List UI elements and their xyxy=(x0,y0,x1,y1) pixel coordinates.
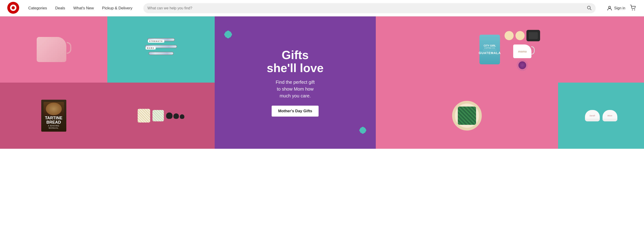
pot-holder-2 xyxy=(152,110,164,121)
coaster xyxy=(452,101,482,130)
svg-point-2 xyxy=(12,6,15,9)
coffee-side: mama xyxy=(504,30,540,69)
measuring-cup-3 xyxy=(180,114,184,119)
nav-item-categories[interactable]: Categories xyxy=(28,6,47,11)
header: Categories Deals What's New Pickup & Del… xyxy=(0,0,644,17)
search-icon[interactable] xyxy=(586,5,592,11)
bracelets-cell: STRENGTH MAMA xyxy=(107,17,215,83)
hero-headline: Gifts she'll love xyxy=(267,49,324,75)
slipper-right: Mom xyxy=(602,110,617,121)
measuring-cup-2 xyxy=(174,113,179,119)
cookie-1 xyxy=(504,31,514,40)
kitchen-items xyxy=(138,109,184,123)
logo[interactable] xyxy=(7,2,19,15)
search-bar xyxy=(143,3,596,13)
bread-book: TARTINEBREAD A BAKING MANUAL xyxy=(41,100,66,132)
mama-mug: mama xyxy=(513,45,532,58)
flower-decoration-2 xyxy=(359,126,367,135)
mug-image xyxy=(37,37,66,62)
cta-button[interactable]: Mother's Day Gifts xyxy=(272,106,318,117)
flower-decoration-1 xyxy=(224,30,232,40)
measuring-cups xyxy=(166,112,184,119)
bracelets-image: STRENGTH MAMA xyxy=(143,38,179,61)
pot-holder xyxy=(138,109,150,123)
hero-text-cell: Gifts she'll love Find the perfect giftt… xyxy=(215,17,376,149)
nav-item-deals[interactable]: Deals xyxy=(55,6,65,11)
coffee-tin xyxy=(526,30,540,41)
mug-cell xyxy=(0,17,107,83)
main-nav: Categories Deals What's New Pickup & Del… xyxy=(28,6,132,11)
coaster-cell xyxy=(376,83,558,149)
cart-button[interactable] xyxy=(630,5,637,12)
svg-point-16 xyxy=(226,32,230,37)
hero-subtext: Find the perfect giftto show Mom howmuch… xyxy=(276,79,315,99)
cart-icon xyxy=(630,5,637,11)
coaster-pattern xyxy=(458,107,476,125)
search-input[interactable] xyxy=(148,6,584,10)
purple-flower xyxy=(518,61,526,69)
svg-point-6 xyxy=(632,9,633,10)
cookie-2 xyxy=(516,31,524,40)
coffee-group: CITY GIRL COFFEE CO. GUATEMALA mama xyxy=(480,30,540,69)
nav-item-pickup-delivery[interactable]: Pickup & Delivery xyxy=(102,6,132,11)
svg-point-7 xyxy=(634,9,635,10)
bread-cell: TARTINEBREAD A BAKING MANUAL xyxy=(0,83,107,149)
sign-in-label: Sign in xyxy=(614,6,625,10)
measuring-cup-1 xyxy=(166,112,172,119)
hero-banner: STRENGTH MAMA Gifts s xyxy=(0,17,644,149)
header-actions: Sign in xyxy=(607,5,637,12)
slippers-cell: Sarah Mom xyxy=(558,83,644,149)
account-icon xyxy=(607,5,612,11)
svg-point-25 xyxy=(361,128,364,132)
slippers-pair: Sarah Mom xyxy=(585,110,617,121)
nav-item-whats-new[interactable]: What's New xyxy=(74,6,94,11)
svg-line-4 xyxy=(590,9,591,10)
svg-point-5 xyxy=(609,6,611,8)
sign-in-button[interactable]: Sign in xyxy=(607,5,625,11)
coffee-cell: CITY GIRL COFFEE CO. GUATEMALA mama xyxy=(376,17,644,83)
kitchen-cell xyxy=(107,83,215,149)
svg-point-3 xyxy=(588,6,590,9)
target-logo-icon[interactable] xyxy=(7,2,19,14)
coffee-bag: CITY GIRL COFFEE CO. GUATEMALA xyxy=(480,35,500,64)
slipper-left: Sarah xyxy=(585,110,600,121)
cookies-row xyxy=(504,30,540,41)
